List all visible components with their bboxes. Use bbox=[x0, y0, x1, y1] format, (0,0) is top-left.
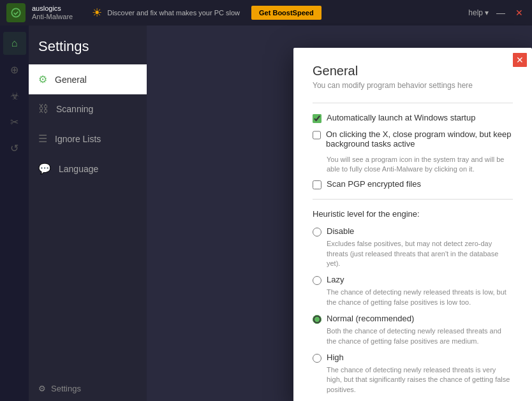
menu-item-ignore-lists[interactable]: ☰ Ignore Lists bbox=[29, 124, 147, 154]
scan-pgp-checkbox[interactable] bbox=[313, 180, 321, 189]
settings-footer[interactable]: ⚙ Settings bbox=[29, 376, 147, 401]
close-to-tray-checkbox[interactable] bbox=[313, 131, 321, 140]
app-name: auslogics Anti-Malware bbox=[32, 4, 73, 21]
menu-item-language[interactable]: 💬 Language bbox=[29, 154, 147, 184]
minimize-button[interactable]: — bbox=[494, 8, 508, 18]
settings-title: Settings bbox=[29, 26, 147, 64]
scanning-icon: ⛓ bbox=[38, 103, 48, 115]
promo-text: Discover and fix what makes your PC slow bbox=[107, 9, 240, 17]
close-to-tray-label[interactable]: On clicking the X, close program window,… bbox=[326, 129, 513, 149]
menu-label-ignore-lists: Ignore Lists bbox=[55, 134, 101, 144]
menu-item-scanning[interactable]: ⛓ Scanning bbox=[29, 94, 147, 124]
promo-bar: ☀ Discover and fix what makes your PC sl… bbox=[92, 6, 462, 20]
menu-item-general[interactable]: ⚙ General bbox=[29, 64, 147, 94]
radio-high[interactable] bbox=[313, 354, 321, 363]
radio-lazy-label[interactable]: Lazy bbox=[327, 275, 344, 284]
radio-normal-row: Normal (recommended) bbox=[313, 314, 513, 324]
sidebar-icon-search[interactable]: ⊕ bbox=[3, 58, 26, 81]
dialog-subtitle: You can modify program behavior settings… bbox=[313, 81, 513, 90]
radio-normal[interactable] bbox=[313, 315, 321, 324]
close-button[interactable]: ✕ bbox=[513, 8, 526, 18]
checkbox-scan-pgp-row: Scan PGP encrypted files bbox=[313, 179, 513, 189]
dialog-body: General You can modify program behavior … bbox=[293, 48, 532, 402]
radio-normal-desc: Both the chance of detecting newly relea… bbox=[327, 326, 513, 346]
general-icon: ⚙ bbox=[38, 73, 47, 85]
scan-pgp-label[interactable]: Scan PGP encrypted files bbox=[327, 179, 421, 189]
radio-lazy-desc: The chance of detecting newly released t… bbox=[327, 288, 513, 307]
menu-label-language: Language bbox=[59, 164, 98, 174]
top-bar: auslogics Anti-Malware ☀ Discover and fi… bbox=[0, 0, 532, 26]
ignore-lists-icon: ☰ bbox=[38, 133, 47, 145]
menu-label-scanning: Scanning bbox=[56, 104, 93, 114]
checkbox-close-tray-row: On clicking the X, close program window,… bbox=[313, 129, 513, 149]
promo-icon: ☀ bbox=[92, 6, 102, 20]
auto-launch-checkbox[interactable] bbox=[313, 114, 321, 123]
auto-launch-label[interactable]: Automatically launch at Windows startup bbox=[327, 113, 475, 122]
radio-disable-row: Disable bbox=[313, 226, 513, 237]
menu-label-general: General bbox=[55, 75, 87, 85]
settings-panel: Settings ⚙ General ⛓ Scanning ☰ Ignore L… bbox=[29, 26, 147, 401]
divider-top bbox=[313, 103, 513, 103]
get-boostspeed-button[interactable]: Get BoostSpeed bbox=[251, 6, 321, 20]
sidebar-icon-history[interactable]: ↺ bbox=[3, 136, 26, 159]
sidebar-icon-home[interactable]: ⌂ bbox=[3, 32, 26, 55]
dialog-title: General bbox=[313, 64, 513, 78]
radio-lazy[interactable] bbox=[313, 276, 321, 285]
radio-lazy-row: Lazy bbox=[313, 275, 513, 285]
language-icon: 💬 bbox=[38, 163, 51, 175]
settings-footer-label: Settings bbox=[51, 384, 81, 393]
heuristic-title: Heuristic level for the engine: bbox=[313, 209, 513, 219]
help-button[interactable]: help ▾ bbox=[468, 8, 489, 17]
radio-high-label[interactable]: High bbox=[327, 353, 344, 362]
divider-mid bbox=[313, 199, 513, 200]
content-area: ✕ General You can modify program behavio… bbox=[147, 26, 532, 401]
sidebar-icon-tools[interactable]: ✂ bbox=[3, 110, 26, 133]
settings-footer-icon: ⚙ bbox=[38, 384, 46, 393]
radio-disable[interactable] bbox=[313, 228, 321, 237]
radio-normal-label[interactable]: Normal (recommended) bbox=[327, 314, 414, 323]
app-logo bbox=[6, 3, 26, 22]
dialog-close-button[interactable]: ✕ bbox=[513, 53, 527, 67]
settings-dialog: ✕ General You can modify program behavio… bbox=[293, 48, 532, 402]
dialog-overlay: ✕ General You can modify program behavio… bbox=[293, 51, 532, 401]
radio-disable-desc: Excludes false positives, but may not de… bbox=[327, 239, 513, 268]
radio-disable-label[interactable]: Disable bbox=[327, 226, 354, 236]
checkbox-auto-launch-row: Automatically launch at Windows startup bbox=[313, 113, 513, 123]
sidebar-icons: ⌂ ⊕ ☣ ✂ ↺ bbox=[0, 26, 29, 401]
svg-point-0 bbox=[11, 8, 20, 17]
sidebar-icon-shield[interactable]: ☣ bbox=[3, 84, 26, 107]
window-controls: help ▾ — ✕ bbox=[468, 8, 526, 18]
main-layout: ⌂ ⊕ ☣ ✂ ↺ Settings ⚙ General ⛓ Scanning … bbox=[0, 26, 532, 401]
radio-high-row: High bbox=[313, 353, 513, 363]
close-to-tray-desc: You will see a program icon in the syste… bbox=[327, 155, 513, 175]
radio-high-desc: The chance of detecting newly released t… bbox=[327, 365, 513, 395]
